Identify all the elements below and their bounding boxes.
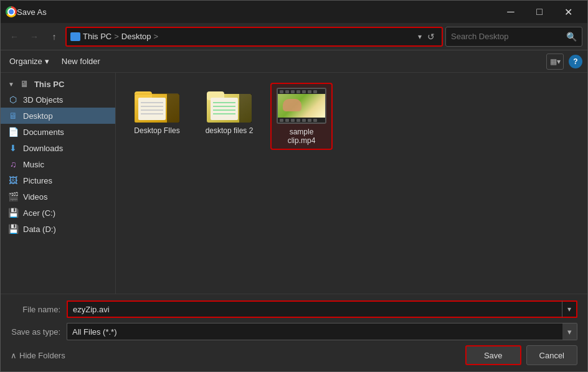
sidebar-label-music: Music	[23, 160, 44, 169]
help-button[interactable]: ?	[569, 55, 582, 68]
video-thumbnail-sample-clip	[277, 88, 326, 124]
filetype-value: All Files (*.*)	[72, 327, 117, 337]
videos-icon: 🎬	[8, 192, 18, 202]
cancel-button[interactable]: Cancel	[526, 345, 577, 365]
hide-folders-label: Hide Folders	[19, 351, 65, 360]
acer-icon: 💾	[8, 208, 18, 218]
filetype-select[interactable]: All Files (*.*)	[67, 323, 562, 340]
sidebar-label-documents: Documents	[23, 128, 64, 137]
sidebar-item-acer[interactable]: 💾 Acer (C:)	[1, 205, 115, 221]
music-icon: ♫	[8, 159, 18, 169]
file-label-desktop-files-2: desktop files 2	[206, 126, 254, 135]
back-button[interactable]: ←	[6, 28, 23, 45]
sidebar-label-desktop: Desktop	[23, 111, 53, 121]
dialog-title: Save As	[17, 7, 496, 17]
sidebar-label-pictures: Pictures	[23, 176, 52, 185]
path-part-desktop[interactable]: Desktop	[121, 32, 151, 41]
hide-folders-button[interactable]: ∧ Hide Folders	[11, 348, 65, 363]
search-bar: 🔍	[445, 27, 582, 47]
minimize-button[interactable]: ─	[496, 1, 525, 23]
organize-button[interactable]: Organize ▾	[6, 55, 53, 67]
window-controls: ─ □ ✕	[496, 1, 582, 23]
sidebar-item-music[interactable]: ♫ Music	[1, 156, 115, 172]
downloads-icon: ⬇	[8, 143, 18, 153]
filetype-wrapper: All Files (*.*) ▾	[67, 323, 577, 340]
3d-objects-icon: ⬡	[8, 95, 18, 105]
sidebar-section-this-pc[interactable]: ▼ 🖥 This PC	[1, 75, 115, 91]
sidebar-item-videos[interactable]: 🎬 Videos	[1, 188, 115, 205]
new-folder-button[interactable]: New folder	[58, 55, 104, 67]
filetype-label: Save as type:	[11, 327, 60, 337]
folder-icon-desktop-files-2	[207, 86, 252, 123]
up-button[interactable]: ↑	[45, 28, 63, 45]
save-as-dialog: Save As ─ □ ✕ ← → ↑ This PC > Desktop > …	[0, 0, 588, 372]
filename-row: File name: ▾	[11, 300, 577, 318]
pictures-icon: 🖼	[8, 175, 18, 185]
sidebar-item-desktop[interactable]: 🖥 Desktop	[1, 108, 115, 124]
sidebar-item-3dobjects[interactable]: ⬡ 3D Objects	[1, 91, 115, 108]
file-area: Desktop FIles	[116, 73, 587, 294]
data-icon: 💾	[8, 224, 18, 234]
view-button[interactable]: ▦ ▾	[546, 53, 564, 70]
svg-rect-12	[239, 94, 252, 123]
file-item-desktop-files[interactable]: Desktop FIles	[126, 83, 188, 150]
nav-bar: ← → ↑ This PC > Desktop > ▾ ↺ 🔍	[1, 23, 587, 50]
refresh-button[interactable]: ↺	[424, 30, 438, 44]
search-input[interactable]	[451, 32, 562, 41]
sidebar-label-videos: Videos	[23, 192, 48, 202]
filename-label: File name:	[11, 305, 60, 314]
filename-dropdown-button[interactable]: ▾	[562, 300, 577, 318]
file-item-sample-clip[interactable]: sample clip.mp4	[270, 83, 333, 150]
svg-rect-4	[167, 94, 179, 123]
path-sep-1: >	[114, 32, 119, 41]
filetype-dropdown-button[interactable]: ▾	[562, 323, 577, 340]
main-area: ▼ 🖥 This PC ⬡ 3D Objects 🖥 Desktop 📄 Doc…	[1, 73, 587, 294]
folder-icon-desktop-files	[135, 86, 179, 123]
address-dropdown-button[interactable]: ▾	[418, 32, 422, 41]
file-item-desktop-files-2[interactable]: desktop files 2	[198, 83, 260, 150]
this-pc-chevron: ▼	[8, 81, 14, 88]
sidebar-item-pictures[interactable]: 🖼 Pictures	[1, 172, 115, 188]
title-bar: Save As ─ □ ✕	[1, 1, 587, 23]
address-bar-pc-icon	[70, 32, 80, 41]
filmstrip-top	[278, 89, 325, 94]
sidebar-label-acer: Acer (C:)	[23, 208, 55, 218]
file-label-sample-clip: sample clip.mp4	[275, 128, 328, 145]
bottom-bar: File name: ▾ Save as type: All Files (*.…	[1, 294, 587, 371]
address-bar-path: This PC > Desktop >	[83, 32, 415, 41]
filetype-row: Save as type: All Files (*.*) ▾	[11, 323, 577, 340]
svg-rect-13	[211, 98, 238, 120]
search-icon: 🔍	[566, 32, 577, 42]
path-sep-2: >	[154, 32, 159, 41]
save-button[interactable]: Save	[465, 345, 521, 365]
this-pc-icon: 🖥	[19, 79, 29, 89]
filename-input[interactable]	[67, 300, 562, 318]
maximize-button[interactable]: □	[525, 1, 554, 23]
desktop-icon: 🖥	[8, 111, 18, 121]
sidebar-item-downloads[interactable]: ⬇ Downloads	[1, 140, 115, 156]
sidebar-label-3dobjects: 3D Objects	[23, 95, 63, 105]
sidebar-item-data[interactable]: 💾 Data (D:)	[1, 221, 115, 237]
filmstrip-bottom	[278, 118, 325, 123]
address-bar[interactable]: This PC > Desktop > ▾ ↺	[65, 27, 443, 47]
close-button[interactable]: ✕	[554, 1, 582, 23]
filename-input-wrapper: ▾	[67, 300, 577, 318]
video-content	[278, 94, 325, 118]
svg-rect-5	[138, 98, 166, 120]
documents-icon: 📄	[8, 127, 18, 137]
sidebar-label-downloads: Downloads	[23, 144, 63, 153]
file-label-desktop-files: Desktop FIles	[134, 126, 179, 135]
action-row: ∧ Hide Folders Save Cancel	[11, 345, 577, 365]
app-icon	[6, 6, 17, 17]
hide-folders-arrow: ∧	[11, 351, 17, 360]
path-part-thispc[interactable]: This PC	[83, 32, 111, 41]
forward-button[interactable]: →	[26, 28, 43, 45]
video-hand	[283, 99, 301, 111]
sidebar: ▼ 🖥 This PC ⬡ 3D Objects 🖥 Desktop 📄 Doc…	[1, 73, 116, 294]
this-pc-label: This PC	[34, 80, 64, 89]
sidebar-item-documents[interactable]: 📄 Documents	[1, 124, 115, 140]
toolbar: Organize ▾ New folder ▦ ▾ ?	[1, 50, 587, 73]
sidebar-label-data: Data (D:)	[23, 225, 56, 234]
